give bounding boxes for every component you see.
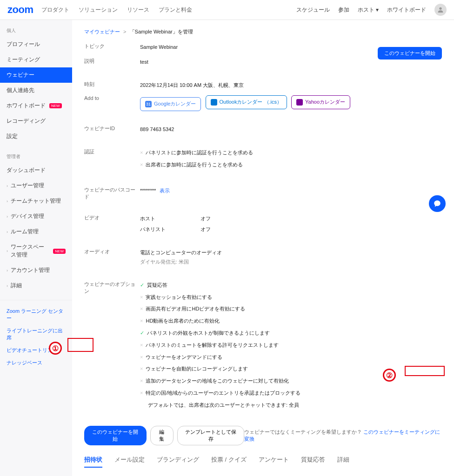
top-nav: プロダクト ソリューション リソース プランと料金 [41,6,192,14]
tab-more[interactable]: 詳細 [337,456,349,468]
sidebar-link-kb[interactable]: ナレッジベース [0,357,72,369]
chevron-right-icon: › [7,249,8,253]
google-calendar-button[interactable]: 31Googleカレンダー [140,97,201,111]
sidebar-section-admin: 管理者 [0,151,72,163]
tab-email[interactable]: メール設定 [114,456,145,468]
badge-new: NEW [53,249,66,254]
save-template-button[interactable]: テンプレートとして保存 [177,426,244,445]
sidebar-link-video[interactable]: ビデオチュートリアル [0,344,72,357]
tab-poll[interactable]: 投票 / クイズ [211,456,247,468]
label-auth: 認証 [84,148,140,155]
check-icon: ✓ [140,329,144,338]
passcode-show-link[interactable]: 表示 [160,188,170,193]
breadcrumb-current: 「Sample Webinar」を管理 [130,29,193,34]
yahoo-calendar-button[interactable]: Yahooカレンダー [291,95,350,109]
x-icon: × [140,317,143,326]
chevron-right-icon: › [7,214,8,219]
label-passcode: ウェビナーのパスコード [84,186,140,200]
chevron-right-icon: › [7,284,8,288]
sidebar-item-meeting[interactable]: ミーティング [0,52,72,67]
sidebar-item-profile[interactable]: プロフィール [0,37,72,52]
tabs: 招待状 メール設定 ブランディング 投票 / クイズ アンケート 質疑応答 詳細 [84,456,442,468]
label-video: ビデオ [84,214,140,221]
label-options: ウェビナーのオプション [84,281,140,295]
opt-region: 特定の国/地域からのユーザーのエントリを承認またはブロックする [146,389,300,398]
check-icon: ✓ [140,281,144,290]
link-host[interactable]: ホスト ▾ [358,6,379,14]
link-schedule[interactable]: スケジュール [296,6,330,14]
main-content: マイウェビナー > 「Sample Webinar」を管理 このウェビナーを開始… [72,20,454,476]
opt-hd: 画面共有ビデオ用にHDビデオを有効にする [146,304,245,314]
nav-plan[interactable]: プランと料金 [159,6,192,14]
auth-opt-panelist: パネリストに参加時に認証を行うことを求める [146,148,253,158]
value-webinar-id: 889 7463 5342 [140,125,442,134]
breadcrumb: マイウェビナー > 「Sample Webinar」を管理 [84,28,442,35]
topbar: zoom プロダクト ソリューション リソース プランと料金 スケジュール 参加… [0,0,454,20]
nav-resource[interactable]: リソース [127,6,149,14]
x-icon: × [140,377,143,386]
avatar[interactable] [434,4,447,16]
label-topic: トピック [84,43,140,50]
sidebar-item-teamchat-mgmt[interactable]: ›チームチャット管理 [0,193,72,209]
sidebar-item-user-mgmt[interactable]: ›ユーザー管理 [0,178,72,193]
sidebar-item-contacts[interactable]: 個人連絡先 [0,83,72,98]
tab-survey[interactable]: アンケート [259,456,289,468]
x-icon: × [140,293,143,302]
yahoo-icon [296,99,303,106]
nav-product[interactable]: プロダクト [41,6,69,14]
sidebar-item-recording[interactable]: レコーディング [0,113,72,129]
video-host-label: ホスト [140,214,200,224]
chevron-right-icon: › [7,230,8,234]
value-time: 2022年12月14日 10:00 AM 大阪、札幌、東京 [140,81,442,90]
help-fab[interactable] [429,195,446,212]
tab-invitation[interactable]: 招待状 [84,456,102,468]
label-audio: オーディオ [84,248,140,255]
video-panelist-value: オフ [200,225,261,234]
sidebar-item-device-mgmt[interactable]: ›デバイス管理 [0,209,72,224]
video-host-value: オフ [200,214,261,224]
label-webinar-id: ウェビナーID [84,125,140,132]
x-icon: × [140,341,143,350]
badge-new: NEW [49,103,62,108]
chevron-right-icon: › [7,199,8,204]
tab-branding[interactable]: ブランディング [157,456,199,468]
sidebar-item-room-mgmt[interactable]: ›ルーム管理 [0,224,72,239]
start-webinar-button[interactable]: このウェビナーを開始 [378,47,442,60]
sidebar-item-account-mgmt[interactable]: ›アカウント管理 [0,263,72,278]
sidebar: 個人 プロフィール ミーティング ウェビナー 個人連絡先 ホワイトボードNEW … [0,20,72,476]
sidebar-item-workspace-mgmt[interactable]: ›ワークスペース管理NEW [0,239,72,263]
link-join[interactable]: 参加 [338,6,349,14]
x-icon: × [140,353,143,362]
link-whiteboard[interactable]: ホワイトボード [387,6,426,14]
sidebar-item-webinar[interactable]: ウェビナー [0,67,72,83]
outlook-calendar-button[interactable]: Outlookカレンダー （.ics） [206,95,287,109]
value-dial: ダイヤル発信元: 米国 [140,258,442,267]
chevron-down-icon: ▾ [376,7,379,13]
opt-chat-default: デフォルトでは、出席者は次のユーザーとチャットできます: 全員 [148,401,299,410]
sidebar-link-learning[interactable]: Zoom ラーニング センター [0,305,72,324]
video-panelist-label: パネリスト [140,225,200,234]
breadcrumb-sep: > [123,29,126,34]
label-addto: Add to [84,95,140,101]
convert-prompt: ウェビナーではなくミーティングを希望しますか？ [244,429,362,435]
auth-opt-attendee: 出席者に参加時に認証を行うことを求める [146,160,243,170]
sidebar-item-advanced[interactable]: ›詳細 [0,278,72,293]
x-icon: × [140,304,143,314]
nav-solution[interactable]: ソリューション [79,6,118,14]
x-icon: × [140,364,143,374]
zoom-logo[interactable]: zoom [7,4,33,16]
x-icon: × [140,148,143,158]
tab-qa[interactable]: 質疑応答 [301,456,325,468]
value-passcode: ******** [140,188,156,193]
start-webinar-button-2[interactable]: このウェビナーを開始 [84,426,147,445]
sidebar-link-live[interactable]: ライブトレーニングに出席 [0,324,72,344]
sidebar-item-whiteboard[interactable]: ホワイトボードNEW [0,98,72,113]
sidebar-item-settings[interactable]: 設定 [0,129,72,144]
opt-unmute: パネリストのミュートを解除する許可をリクエストします [146,341,279,350]
sidebar-item-dashboard[interactable]: ダッシュボード [0,163,72,178]
edit-button[interactable]: 編集 [150,426,174,445]
opt-ondemand: ウェビナーをオンデマンドにする [146,353,222,362]
breadcrumb-root[interactable]: マイウェビナー [84,29,120,34]
label-time: 時刻 [84,81,140,88]
svg-point-0 [439,7,441,10]
